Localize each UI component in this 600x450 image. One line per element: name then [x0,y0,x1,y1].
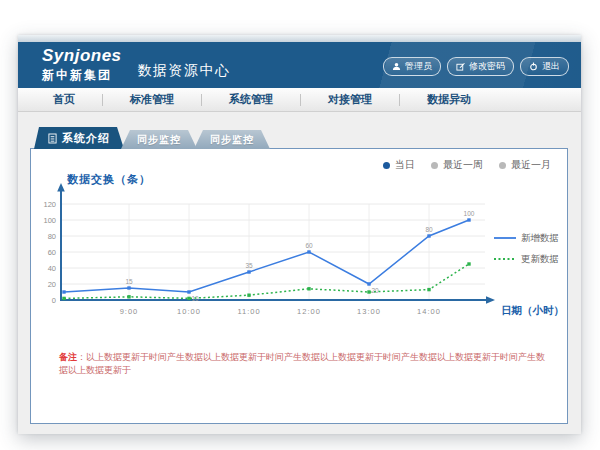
data-point-marker [187,290,190,293]
data-point-marker [127,286,130,289]
change-password-label: 修改密码 [469,60,505,73]
remark-note: 备注：以上数据更新于时间产生数据以上数据更新于时间产生数据以上数据更新于时间产生… [59,351,551,377]
radio-label: 当日 [395,158,415,172]
data-point-label: 60 [305,242,313,249]
document-icon [48,133,57,144]
radio-today[interactable]: 当日 [383,158,415,172]
window-top-strip [18,35,581,42]
x-tick-label: 12:00 [297,307,321,316]
radio-dot-icon [383,162,390,169]
legend-item[interactable]: 新增数据 [521,232,559,243]
tab-label: 同步监控 [210,133,254,147]
data-point-label: 15 [125,278,133,285]
remark-label: 备注 [59,352,77,362]
x-tick-label: 10:00 [177,307,201,316]
tab-system-intro[interactable]: 系统介绍 [34,127,124,149]
y-tick-label: 20 [48,280,56,289]
remark-body: ：以上数据更新于时间产生数据以上数据更新于时间产生数据以上数据更新于时间产生数据… [59,352,545,375]
app-header: Synjones 新中新集团 数据资源中心 管理员 修改密码 退出 [18,42,581,88]
line-chart: 0204060801001209:0010:0011:0012:0013:001… [39,181,563,329]
data-point-marker [427,288,430,291]
x-tick-label: 13:00 [357,307,381,316]
nav-item-interface-management[interactable]: 对接管理 [301,88,399,111]
nav-item-standard-management[interactable]: 标准管理 [103,88,201,111]
radio-dot-icon [431,162,438,169]
data-point-marker [367,282,370,285]
radio-dot-icon [499,162,506,169]
admin-user-button[interactable]: 管理员 [383,57,441,76]
data-point-marker [187,297,190,300]
x-tick-label: 9:00 [120,307,139,316]
x-tick-label: 14:00 [417,307,441,316]
y-tick-label: 40 [48,264,56,273]
x-axis-arrow-icon [486,296,495,304]
edit-icon [456,62,465,71]
data-point-label: 35 [245,262,253,269]
power-icon [529,62,538,71]
brand-logo-text-cn: 新中新集团 [42,67,122,84]
data-point-marker [307,250,310,253]
radio-last-week[interactable]: 最近一周 [431,158,483,172]
admin-user-label: 管理员 [405,60,432,73]
tab-sync-monitor-1[interactable]: 同步监控 [121,130,197,149]
tab-label: 同步监控 [137,133,181,147]
x-axis-title: 日期（小时） [501,304,563,317]
user-icon [392,62,401,71]
data-point-marker [307,287,310,290]
data-point-marker [62,290,65,293]
data-point-marker [247,294,250,297]
tab-bar: 系统介绍 同步监控 同步监控 [34,127,270,149]
page-body: 系统介绍 同步监控 同步监控 当日 最近一周 [18,112,581,434]
tab-label: 系统介绍 [62,131,110,146]
y-tick-label: 80 [48,232,56,241]
y-tick-label: 120 [43,200,56,209]
y-tick-label: 100 [43,216,56,225]
brand-logo: Synjones 新中新集团 [42,47,122,84]
header-actions: 管理员 修改密码 退出 [383,57,569,76]
nav-item-system-management[interactable]: 系统管理 [202,88,300,111]
data-point-marker [367,290,370,293]
data-point-marker [427,234,430,237]
data-point-marker [467,218,470,221]
y-tick-label: 60 [48,248,56,257]
content-panel: 当日 最近一周 最近一月 数据交换（条） 0204060801001209:00… [30,148,568,424]
y-axis-arrow-icon [57,183,65,192]
tab-sync-monitor-2[interactable]: 同步监控 [194,130,270,149]
brand-logo-text-en: Synjones [42,47,122,64]
main-navbar: 首页 标准管理 系统管理 对接管理 数据异动 [18,88,581,112]
radio-last-month[interactable]: 最近一月 [499,158,551,172]
data-point-marker [127,295,130,298]
data-point-marker [62,297,65,300]
data-point-label: 80 [425,226,433,233]
logout-button[interactable]: 退出 [520,57,569,76]
y-tick-label: 0 [52,296,56,305]
radio-label: 最近一周 [443,158,483,172]
page-title: 数据资源中心 [138,62,231,80]
radio-label: 最近一月 [511,158,551,172]
x-tick-label: 11:00 [237,307,260,316]
data-point-marker [247,270,250,273]
nav-item-data-change[interactable]: 数据异动 [400,88,498,111]
change-password-button[interactable]: 修改密码 [447,57,514,76]
data-point-label: 100 [464,210,475,217]
nav-item-home[interactable]: 首页 [26,88,102,111]
logout-label: 退出 [542,60,560,73]
time-range-filter: 当日 最近一周 最近一月 [383,158,551,172]
data-point-marker [467,262,470,265]
legend-item[interactable]: 更新数据 [521,253,559,264]
app-window: Synjones 新中新集团 数据资源中心 管理员 修改密码 退出 [18,35,581,433]
